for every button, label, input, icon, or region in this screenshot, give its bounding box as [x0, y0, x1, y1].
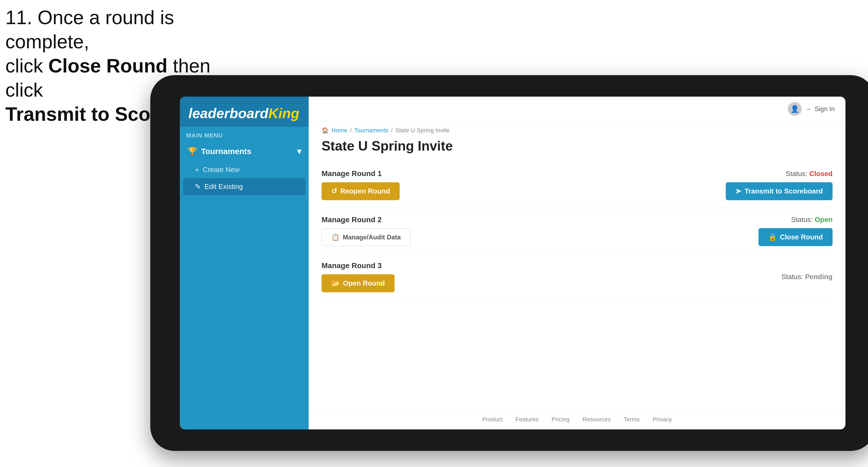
breadcrumb-tournaments[interactable]: Tournaments — [354, 127, 389, 134]
sidebar-item-tournaments[interactable]: 🏆 Tournaments ▾ — [180, 141, 309, 161]
signin-arrow-icon: → — [805, 105, 811, 113]
round-row-2: Manage Round 2 📋 Manage/Audit Data Statu… — [321, 208, 833, 254]
footer-features[interactable]: Features — [515, 416, 539, 423]
logo-king: King — [269, 105, 300, 121]
create-new-label: Create New — [203, 165, 240, 174]
app-footer: Product Features Pricing Resources Terms… — [309, 409, 845, 429]
round-3-label: Manage Round 3 — [321, 261, 395, 270]
tablet-frame: leaderboardKing MAIN MENU 🏆 Tournaments … — [150, 75, 868, 451]
breadcrumb-sep1: / — [350, 127, 351, 134]
user-icon: 👤 — [790, 105, 799, 113]
open-icon: 📂 — [331, 279, 340, 287]
round-2-status: Status: Open — [791, 216, 833, 224]
main-menu-label: MAIN MENU — [180, 127, 309, 141]
breadcrumb-home[interactable]: Home — [332, 127, 347, 134]
round-2-right: Status: Open 🔒 Close Round — [758, 216, 833, 246]
footer-pricing[interactable]: Pricing — [552, 416, 569, 423]
reopen-icon: ↺ — [331, 187, 337, 195]
manage-audit-data-button[interactable]: 📋 Manage/Audit Data — [321, 228, 411, 246]
breadcrumb: 🏠 Home / Tournaments / State U Spring In… — [309, 122, 845, 136]
tournaments-nav-label: Tournaments — [201, 147, 251, 156]
footer-product[interactable]: Product — [482, 416, 502, 423]
app-container: leaderboardKing MAIN MENU 🏆 Tournaments … — [180, 97, 845, 429]
footer-resources[interactable]: Resources — [582, 416, 611, 423]
open-round-button[interactable]: 📂 Open Round — [321, 274, 395, 292]
reopen-round-button[interactable]: ↺ Reopen Round — [321, 182, 400, 200]
home-icon: 🏠 — [321, 127, 329, 134]
rounds-container: Manage Round 1 ↺ Reopen Round Status: Cl… — [309, 162, 845, 409]
round-3-left: Manage Round 3 📂 Open Round — [321, 261, 395, 292]
instruction-line1: 11. Once a round is complete, — [5, 5, 247, 54]
round-1-right: Status: Closed ➤ Transmit to Scoreboard — [726, 169, 833, 200]
round-row-1: Manage Round 1 ↺ Reopen Round Status: Cl… — [321, 162, 833, 208]
round-2-label: Manage Round 2 — [321, 216, 411, 224]
logo: leaderboardKing — [188, 106, 300, 120]
round-row-3: Manage Round 3 📂 Open Round Status: Pend… — [321, 254, 833, 300]
main-content: 👤 → Sign In 🏠 Home / Tournaments / State… — [309, 97, 845, 429]
round-3-right: Status: Pending — [781, 273, 833, 281]
chevron-down-icon: ▾ — [297, 147, 301, 156]
signin-label[interactable]: Sign In — [814, 105, 835, 113]
round-2-status-value: Open — [815, 216, 833, 224]
tablet-screen: leaderboardKing MAIN MENU 🏆 Tournaments … — [180, 97, 845, 429]
round-1-status-value: Closed — [809, 169, 833, 178]
breadcrumb-current: State U Spring Invite — [395, 127, 450, 134]
round-3-status-value: Pending — [805, 273, 833, 281]
round-1-status: Status: Closed — [785, 169, 833, 178]
transmit-to-scoreboard-label: Transmit to Scoreboard — [745, 187, 823, 195]
close-icon: 🔒 — [768, 233, 777, 241]
audit-icon: 📋 — [332, 234, 340, 241]
plus-icon: + — [195, 165, 199, 174]
sidebar-item-create-new[interactable]: + Create New — [180, 161, 309, 178]
edit-existing-label: Edit Existing — [205, 183, 243, 191]
footer-privacy[interactable]: Privacy — [652, 416, 672, 423]
page-title: State U Spring Invite — [309, 136, 845, 162]
sidebar-item-edit-existing[interactable]: ✎ Edit Existing — [183, 178, 305, 195]
avatar: 👤 — [788, 102, 802, 116]
edit-icon: ✎ — [195, 183, 201, 191]
close-round-button[interactable]: 🔒 Close Round — [758, 228, 833, 246]
top-nav: 👤 → Sign In — [309, 97, 845, 122]
footer-terms[interactable]: Terms — [624, 416, 640, 423]
round-2-left: Manage Round 2 📋 Manage/Audit Data — [321, 216, 411, 246]
open-round-label: Open Round — [343, 279, 385, 287]
close-round-label: Close Round — [780, 233, 823, 241]
sidebar-nav: 🏆 Tournaments ▾ + Create New ✎ Edit Exis… — [180, 141, 309, 429]
sidebar: leaderboardKing MAIN MENU 🏆 Tournaments … — [180, 97, 309, 429]
transmit-icon: ➤ — [736, 187, 741, 195]
sidebar-logo-area: leaderboardKing — [180, 97, 309, 127]
round-1-left: Manage Round 1 ↺ Reopen Round — [321, 169, 400, 200]
round-3-status: Status: Pending — [781, 273, 833, 281]
logo-leaderboard: leaderboard — [188, 105, 269, 121]
breadcrumb-sep2: / — [391, 127, 393, 134]
reopen-round-label: Reopen Round — [340, 187, 390, 195]
round-1-label: Manage Round 1 — [321, 169, 400, 178]
transmit-to-scoreboard-button[interactable]: ➤ Transmit to Scoreboard — [726, 182, 833, 200]
sign-in-area: 👤 → Sign In — [788, 102, 835, 116]
manage-audit-data-label: Manage/Audit Data — [343, 234, 401, 241]
trophy-icon: 🏆 — [187, 147, 197, 156]
